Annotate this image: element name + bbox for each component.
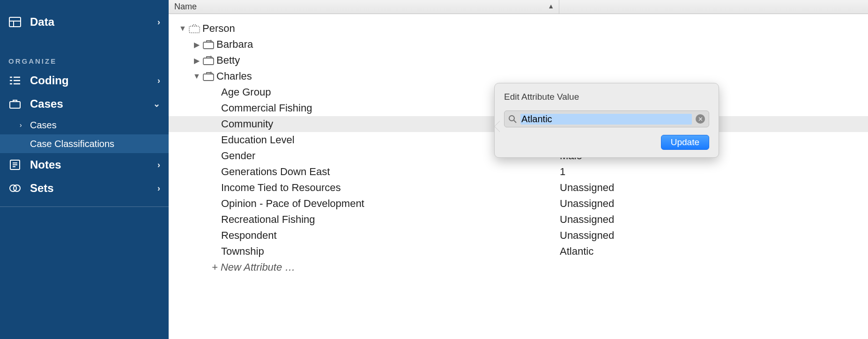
attribute-name: Commercial Fishing	[219, 102, 312, 114]
chevron-right-icon: ›	[157, 160, 160, 170]
svg-rect-16	[189, 26, 200, 33]
nav-case-classifications[interactable]: Case Classifications	[0, 134, 169, 153]
svg-line-21	[514, 120, 516, 123]
attribute-name: Recreational Fishing	[219, 214, 315, 226]
tree-node-label: Charles	[216, 70, 252, 82]
update-button[interactable]: Update	[661, 135, 709, 150]
tree-node-label: Barbara	[216, 38, 253, 51]
attribute-value: 1	[560, 166, 565, 178]
svg-rect-0	[9, 17, 21, 27]
attribute-value: Unassigned	[560, 229, 614, 242]
nav-notes[interactable]: Notes ›	[0, 153, 169, 177]
chevron-right-icon: ›	[20, 121, 28, 129]
attribute-value-field-wrap: ✕	[504, 111, 709, 127]
nav-cases-sub-label: Cases	[30, 120, 57, 131]
attribute-row[interactable]: Income Tied to ResourcesUnassigned	[169, 180, 868, 196]
edit-attribute-popover: Edit Attribute Value ✕ Update	[494, 83, 719, 158]
popover-title: Edit Attribute Value	[504, 92, 709, 102]
case-icon	[202, 71, 216, 81]
attribute-value: Unassigned	[560, 198, 614, 210]
nav-coding[interactable]: Coding ›	[0, 69, 169, 92]
chevron-right-icon: ›	[157, 184, 160, 193]
tree-node-label: Person	[202, 22, 235, 35]
search-icon	[508, 115, 517, 123]
disclosure-closed-icon[interactable]: ▶	[191, 56, 202, 65]
attribute-value: Atlantic	[560, 245, 594, 258]
tree-node-barbara[interactable]: ▶ Barbara	[169, 37, 868, 52]
disclosure-open-icon[interactable]: ▼	[177, 24, 188, 33]
clear-input-icon[interactable]: ✕	[696, 114, 705, 124]
tree-node-betty[interactable]: ▶ Betty	[169, 52, 868, 68]
nav-sets[interactable]: Sets ›	[0, 177, 169, 200]
nav-notes-label: Notes	[30, 158, 157, 171]
svg-rect-19	[203, 74, 214, 81]
nav-data-label: Data	[30, 15, 157, 29]
sets-icon	[8, 182, 22, 195]
organize-heading: ORGANIZE	[0, 34, 169, 69]
new-attribute-button[interactable]: + New Attribute …	[169, 259, 868, 275]
svg-point-20	[509, 116, 514, 121]
attribute-name: Generations Down East	[219, 166, 330, 178]
new-attribute-label: + New Attribute …	[212, 261, 295, 273]
attribute-value: Unassigned	[560, 182, 614, 194]
data-icon	[8, 15, 22, 29]
attribute-row[interactable]: Generations Down East1	[169, 164, 868, 180]
chevron-right-icon: ›	[157, 76, 160, 86]
column-header-name[interactable]: Name ▲	[169, 0, 559, 14]
column-header-name-label: Name	[174, 2, 197, 12]
classification-icon	[188, 23, 202, 34]
divider	[0, 206, 169, 207]
column-header-row: Name ▲	[169, 0, 868, 14]
chevron-down-icon: ⌄	[153, 99, 160, 109]
notes-icon	[8, 158, 22, 171]
chevron-right-icon: ›	[157, 17, 160, 27]
svg-rect-18	[203, 58, 214, 65]
nav-cases-label: Cases	[30, 97, 153, 111]
attribute-value: Unassigned	[560, 214, 614, 226]
list-icon	[8, 74, 22, 87]
nav-coding-label: Coding	[30, 74, 157, 87]
tree-node-label: Betty	[216, 54, 240, 66]
svg-rect-9	[10, 102, 20, 108]
sort-asc-icon: ▲	[548, 2, 554, 10]
nav-cases[interactable]: Cases ⌄	[0, 92, 169, 116]
case-icon	[202, 39, 216, 50]
attribute-name: Township	[219, 245, 264, 258]
svg-rect-17	[203, 42, 214, 49]
disclosure-open-icon[interactable]: ▼	[191, 72, 202, 81]
case-icon	[202, 55, 216, 66]
attribute-name: Opinion - Pace of Development	[219, 198, 364, 210]
nav-cases-sub[interactable]: › Cases	[0, 116, 169, 134]
attribute-name: Community	[219, 118, 273, 130]
nav-data[interactable]: Data ›	[0, 10, 169, 34]
briefcase-icon	[8, 97, 22, 111]
nav-case-classifications-label: Case Classifications	[30, 139, 114, 149]
tree-node-charles[interactable]: ▼ Charles	[169, 68, 868, 84]
attribute-row[interactable]: TownshipAtlantic	[169, 243, 868, 259]
attribute-row[interactable]: Recreational FishingUnassigned	[169, 212, 868, 228]
attribute-row[interactable]: RespondentUnassigned	[169, 228, 868, 243]
main-panel: Name ▲ ▼ Person ▶ Barbara ▶	[169, 0, 868, 339]
attribute-name: Income Tied to Resources	[219, 182, 341, 194]
attribute-name: Gender	[219, 150, 255, 162]
attribute-value-input[interactable]	[520, 114, 692, 125]
attribute-row[interactable]: Opinion - Pace of DevelopmentUnassigned	[169, 196, 868, 212]
nav-sets-label: Sets	[30, 182, 157, 195]
attribute-name: Respondent	[219, 229, 277, 242]
attribute-name: Age Group	[219, 86, 271, 98]
tree-node-person[interactable]: ▼ Person	[169, 21, 868, 37]
sidebar: Data › ORGANIZE Coding › Cases ⌄ › Cases…	[0, 0, 169, 339]
disclosure-closed-icon[interactable]: ▶	[191, 40, 202, 49]
attribute-name: Education Level	[219, 134, 295, 146]
